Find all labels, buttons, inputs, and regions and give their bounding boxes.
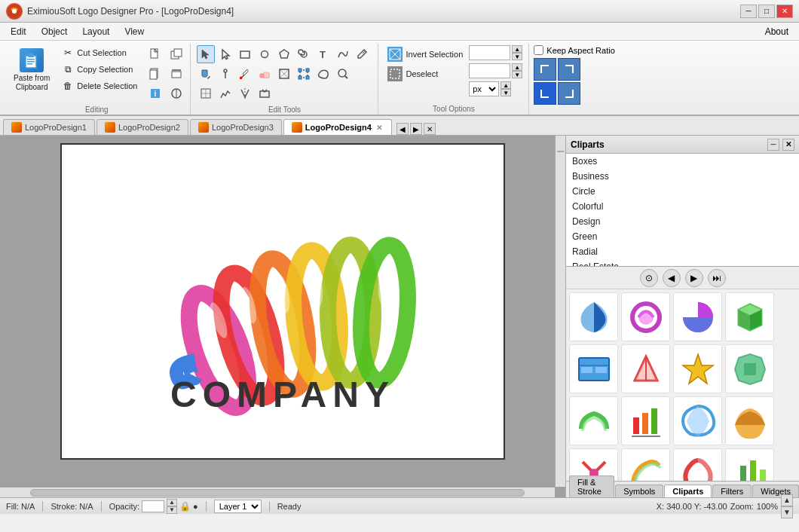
opacity-input[interactable]	[142, 500, 164, 512]
zoom-out-btn[interactable]: ▼	[781, 506, 793, 518]
menu-edit[interactable]: Edit	[3, 25, 34, 38]
zoom-tool-btn[interactable]	[334, 65, 352, 83]
unit-decrement-btn[interactable]: ▼	[501, 89, 511, 96]
nav-next-btn[interactable]: ▶	[685, 269, 703, 287]
node-tool-btn[interactable]	[216, 84, 234, 102]
zoom-in-btn[interactable]: ▲	[781, 494, 793, 506]
list-item[interactable]: Business	[566, 169, 799, 184]
tab-close-btn[interactable]: ✕	[375, 123, 384, 132]
clipart-item[interactable]	[673, 448, 722, 481]
cliparts-grid[interactable]	[566, 289, 799, 481]
text-tool-btn[interactable]: T	[314, 45, 332, 63]
clipart-item[interactable]	[725, 448, 774, 481]
spiral-tool-btn[interactable]	[295, 45, 313, 63]
bottom-right-corner-btn[interactable]	[558, 82, 580, 105]
tab-close-all-btn[interactable]: ✕	[424, 123, 436, 135]
layer-select[interactable]: Layer 1	[214, 500, 262, 513]
height-input[interactable]	[469, 63, 510, 78]
rect-tool-btn[interactable]	[236, 45, 254, 63]
pen-tool-btn[interactable]	[216, 65, 234, 83]
tab-logoprodesign1[interactable]: LogoProDesign1	[3, 119, 95, 135]
pointer-tool-btn[interactable]	[216, 45, 234, 63]
tab-prev-btn[interactable]: ◀	[396, 123, 409, 135]
dropper-tool-btn[interactable]	[236, 65, 254, 83]
invert-selection-button[interactable]: Invert Selection	[384, 45, 466, 63]
list-item[interactable]: Circle	[566, 184, 799, 199]
select-tool-btn[interactable]	[197, 45, 215, 63]
cut-selection-button[interactable]: ✂ Cut Selection	[59, 45, 140, 60]
ellipse-tool-btn[interactable]	[256, 45, 274, 63]
shape-tool-btn[interactable]	[275, 65, 293, 83]
doc-icon-btn-1[interactable]	[146, 45, 164, 63]
clipart-item[interactable]	[673, 292, 722, 341]
clipart-item[interactable]	[569, 396, 618, 445]
clipart-item[interactable]	[673, 396, 722, 445]
aspect-ratio-checkbox[interactable]	[534, 45, 543, 55]
top-left-corner-btn[interactable]	[534, 58, 556, 81]
clipart-item[interactable]	[725, 344, 774, 393]
height-increment-btn[interactable]: ▲	[512, 63, 522, 71]
paste-from-clipboard-button[interactable]: Paste fromClipboard	[8, 45, 56, 95]
doc-icon-btn-2[interactable]	[146, 65, 164, 83]
transform-tool-btn[interactable]	[295, 65, 313, 83]
maximize-button[interactable]: □	[758, 5, 775, 18]
clipart-item[interactable]	[621, 344, 670, 393]
curve-tool-btn[interactable]	[334, 45, 352, 63]
list-item[interactable]: Colorful	[566, 199, 799, 214]
list-item[interactable]: Radial	[566, 244, 799, 259]
clipart-item[interactable]	[621, 396, 670, 445]
opacity-up-btn[interactable]: ▲	[167, 499, 177, 506]
flip-tool-btn[interactable]	[256, 84, 274, 102]
nav-home-btn[interactable]: ⊙	[640, 269, 658, 287]
canvas-scrollbar-h[interactable]	[0, 487, 555, 497]
nav-prev-btn[interactable]: ◀	[663, 269, 681, 287]
nav-last-btn[interactable]: ⏭	[708, 269, 726, 287]
list-item[interactable]: Green	[566, 229, 799, 244]
menu-view[interactable]: View	[117, 25, 152, 38]
panel-collapse-btn[interactable]: ─	[767, 139, 779, 151]
top-right-corner-btn[interactable]	[558, 58, 580, 81]
tab-next-btn[interactable]: ▶	[410, 123, 422, 135]
width-increment-btn[interactable]: ▲	[512, 45, 522, 53]
copy-selection-button[interactable]: ⧉ Copy Selection	[59, 62, 140, 77]
bottom-left-corner-btn[interactable]	[534, 82, 556, 105]
arrange-btn-2[interactable]	[167, 65, 185, 83]
clipart-item[interactable]	[725, 292, 774, 341]
warp-tool-btn[interactable]	[314, 65, 332, 83]
opacity-down-btn[interactable]: ▼	[167, 506, 177, 514]
clipart-item[interactable]	[725, 396, 774, 445]
clipart-item[interactable]	[569, 292, 618, 341]
tab-logoprodesign4[interactable]: LogoProDesign4 ✕	[283, 119, 392, 135]
list-item[interactable]: Design	[566, 214, 799, 229]
delete-selection-button[interactable]: 🗑 Delete Selection	[59, 78, 140, 93]
unit-select[interactable]: px mm cm in	[469, 81, 499, 96]
unit-increment-btn[interactable]: ▲	[501, 81, 511, 89]
clipart-item[interactable]	[569, 344, 618, 393]
list-item[interactable]: Boxes	[566, 154, 799, 169]
fill-tool-btn[interactable]	[197, 65, 215, 83]
canvas-scrollbar-v[interactable]	[555, 136, 565, 487]
clipart-item[interactable]	[673, 344, 722, 393]
doc-icon-btn-3[interactable]: i	[146, 84, 164, 102]
deselect-button[interactable]: Deselect	[384, 65, 466, 83]
arrange-btn-1[interactable]	[167, 45, 185, 63]
close-button[interactable]: ✕	[776, 5, 793, 18]
eraser-tool-btn[interactable]	[256, 65, 274, 83]
clipart-item[interactable]	[621, 292, 670, 341]
width-input[interactable]	[469, 45, 510, 60]
menu-layout[interactable]: Layout	[75, 25, 117, 38]
panel-close-btn[interactable]: ✕	[782, 139, 794, 151]
clipart-item[interactable]	[621, 448, 670, 481]
minimize-button[interactable]: ─	[740, 5, 757, 18]
freehand-btn[interactable]	[197, 84, 215, 102]
keep-aspect-ratio-check[interactable]: Keep Aspect Ratio	[534, 45, 615, 55]
mirror-tool-btn[interactable]	[236, 84, 254, 102]
tab-logoprodesign3[interactable]: LogoProDesign3	[190, 119, 282, 135]
arrange-btn-3[interactable]	[167, 84, 185, 102]
list-item[interactable]: Real Estate	[566, 259, 799, 267]
menu-object[interactable]: Object	[34, 25, 75, 38]
categories-list[interactable]: Boxes Business Circle Colorful Design Gr…	[566, 154, 799, 267]
width-decrement-btn[interactable]: ▼	[512, 53, 522, 60]
paint-tool-btn[interactable]	[354, 45, 372, 63]
about-button[interactable]: About	[758, 25, 796, 38]
